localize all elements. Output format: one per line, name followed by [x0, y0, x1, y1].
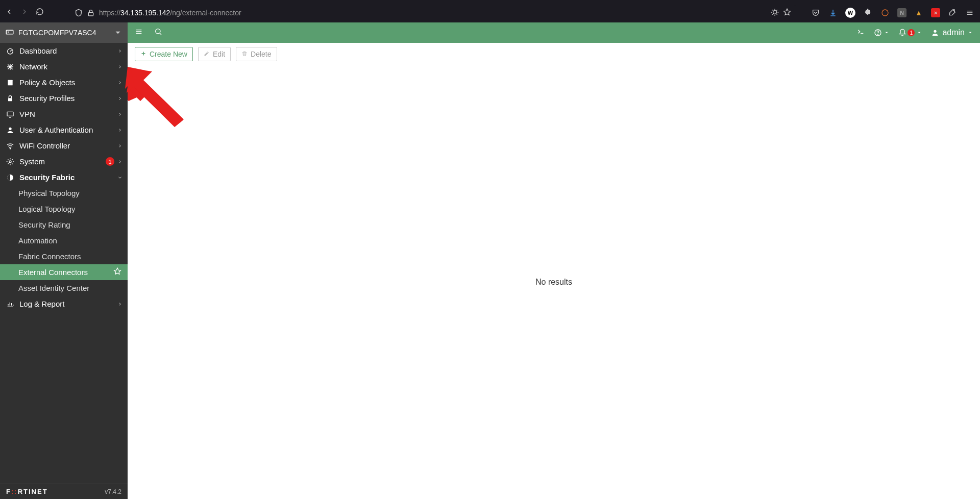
sidebar-sub-label: External Connectors [18, 268, 88, 277]
version-label: v7.4.2 [105, 488, 121, 495]
username-label: admin [942, 28, 965, 37]
svg-marker-21 [127, 68, 184, 127]
back-button[interactable] [5, 8, 13, 18]
hamburger-icon[interactable] [135, 28, 143, 38]
chevron-right-icon [117, 159, 122, 164]
user-menu[interactable]: admin [931, 28, 973, 37]
notifications-dropdown[interactable]: 1 [898, 29, 922, 37]
sidebar-sub-security-rating[interactable]: Security Rating [0, 217, 128, 233]
sidebar-sub-physical-topology[interactable]: Physical Topology [0, 185, 128, 201]
topbar: 1 admin [128, 22, 980, 43]
sidebar-item-system[interactable]: System 1 [0, 154, 128, 169]
svg-point-1 [773, 10, 777, 14]
sidebar-sub-label: Fabric Connectors [18, 252, 81, 261]
sidebar-sub-label: Asset Identity Center [18, 284, 89, 292]
sidebar-footer: F::RTINET v7.4.2 [0, 484, 128, 499]
svg-point-12 [156, 29, 160, 34]
sidebar-menu: Dashboard Network Policy & Objects Secur… [0, 43, 128, 484]
extensions-icon[interactable] [947, 8, 958, 18]
svg-rect-6 [8, 98, 12, 101]
chevron-right-icon [117, 302, 122, 307]
edit-button[interactable]: Edit [198, 47, 231, 61]
network-icon [5, 63, 15, 71]
svg-rect-3 [6, 30, 13, 34]
chevron-right-icon [117, 112, 122, 117]
chevron-right-icon [117, 143, 122, 148]
chevron-right-icon [117, 64, 122, 69]
forward-button[interactable] [20, 8, 29, 18]
bug-icon[interactable] [771, 8, 779, 18]
fortinet-logo: F::RTINET [6, 488, 48, 495]
sidebar-item-security-profiles[interactable]: Security Profiles [0, 90, 128, 106]
plus-icon [140, 50, 146, 58]
no-results-label: No results [535, 278, 572, 287]
delete-button[interactable]: Delete [236, 47, 277, 61]
policy-icon [5, 79, 15, 87]
sidebar-sub-label: Logical Topology [18, 205, 75, 213]
fortigate-icon [5, 28, 14, 38]
svg-marker-22 [131, 68, 152, 89]
ext-icon-2[interactable]: N [897, 8, 906, 17]
pocket-icon[interactable] [811, 8, 821, 18]
sidebar-sub-fabric-connectors[interactable]: Fabric Connectors [0, 248, 128, 264]
ext-icon-4[interactable]: ✕ [931, 8, 940, 17]
chevron-right-icon [117, 48, 122, 54]
sidebar-item-network[interactable]: Network [0, 59, 128, 74]
help-dropdown[interactable] [874, 29, 889, 37]
sidebar-sub-asset-identity[interactable]: Asset Identity Center [0, 280, 128, 296]
svg-rect-0 [88, 12, 93, 16]
sidebar-item-policy[interactable]: Policy & Objects [0, 74, 128, 90]
search-icon[interactable] [154, 28, 162, 38]
svg-point-2 [882, 10, 888, 16]
cli-icon[interactable] [856, 28, 865, 38]
sidebar-item-user-auth[interactable]: User & Authentication [0, 122, 128, 138]
favorite-star-icon[interactable] [113, 267, 121, 277]
reload-button[interactable] [36, 8, 44, 18]
device-name-label: FGTGCPOMFPV7ASC4 [18, 29, 96, 37]
menu-icon[interactable] [965, 8, 975, 18]
caret-down-icon [113, 28, 122, 37]
main-content: No results [128, 65, 980, 499]
svg-marker-19 [128, 67, 145, 85]
device-selector[interactable]: FGTGCPOMFPV7ASC4 [0, 22, 128, 43]
sidebar-item-label: Security Profiles [19, 94, 117, 103]
ext-icon-1[interactable] [880, 8, 890, 18]
sidebar-item-label: Policy & Objects [19, 78, 117, 87]
svg-point-9 [10, 148, 10, 148]
sidebar-sub-label: Security Rating [18, 220, 70, 229]
chevron-right-icon [117, 80, 122, 85]
lock-icon [5, 94, 15, 103]
star-icon[interactable] [783, 8, 791, 18]
sidebar-item-vpn[interactable]: VPN [0, 106, 128, 122]
sidebar-sub-external-connectors[interactable]: External Connectors [0, 264, 128, 280]
sidebar-item-label: Network [19, 62, 117, 71]
sidebar-item-security-fabric[interactable]: Security Fabric [0, 169, 128, 185]
create-new-button[interactable]: Create New [135, 47, 193, 61]
sidebar-item-log-report[interactable]: Log & Report [0, 296, 128, 312]
sidebar-item-label: VPN [19, 110, 117, 118]
browser-extension-icons: W N ▲ ✕ [811, 8, 975, 18]
edit-label: Edit [213, 50, 225, 58]
w-icon[interactable]: W [845, 8, 855, 18]
puzzle-icon[interactable] [863, 8, 873, 18]
svg-point-4 [8, 48, 13, 54]
download-icon[interactable] [828, 8, 838, 18]
svg-marker-17 [128, 65, 138, 101]
chevron-right-icon [117, 128, 122, 133]
chevron-right-icon [117, 96, 122, 101]
sidebar-item-dashboard[interactable]: Dashboard [0, 43, 128, 59]
system-badge: 1 [106, 157, 114, 166]
page-toolbar: Create New Edit Delete [128, 43, 980, 65]
sidebar-item-label: Log & Report [19, 300, 117, 308]
wifi-icon [5, 142, 15, 150]
url-bar[interactable]: https://34.135.195.142/ng/external-conne… [69, 5, 796, 20]
sidebar-item-wifi[interactable]: WiFi Controller [0, 138, 128, 154]
sidebar-item-label: Dashboard [19, 46, 117, 55]
sidebar-item-label: WiFi Controller [19, 141, 117, 150]
dashboard-icon [5, 47, 15, 55]
vpn-icon [5, 110, 15, 118]
ext-icon-3[interactable]: ▲ [914, 8, 924, 18]
sidebar-sub-automation[interactable]: Automation [0, 233, 128, 248]
svg-point-8 [9, 127, 11, 130]
sidebar-sub-logical-topology[interactable]: Logical Topology [0, 201, 128, 217]
